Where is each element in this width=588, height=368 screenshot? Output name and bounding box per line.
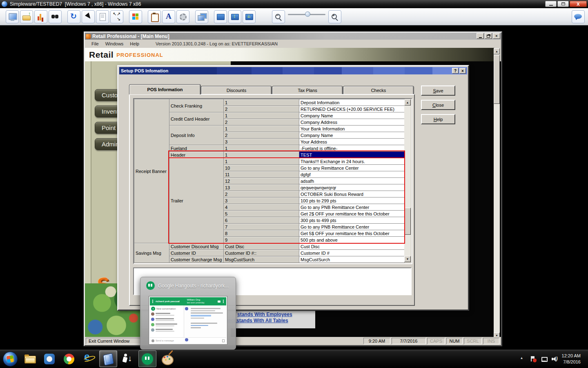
viewer-maximize-button[interactable] (557, 1, 569, 7)
table-scroll-down-button[interactable]: ▼ (404, 256, 411, 262)
tool-fullscreen-button[interactable] (110, 10, 123, 23)
slider-handle[interactable] (305, 11, 310, 17)
pos-key-cell[interactable]: 4 (224, 204, 299, 211)
pos-key-cell[interactable]: 9 (224, 237, 299, 243)
window-scrollbar[interactable]: ▲ ▼ (494, 48, 500, 339)
action-center-icon[interactable] (530, 356, 537, 362)
pos-key-cell[interactable]: 6 (224, 217, 299, 224)
pos-key-cell[interactable]: 3 (224, 139, 299, 145)
save-button[interactable]: Save (421, 85, 455, 96)
pos-key-cell[interactable]: 1 (224, 112, 299, 119)
viewer-minimize-button[interactable] (545, 1, 557, 7)
tool-font-settings-button[interactable] (162, 10, 175, 23)
tool-fit-height-button[interactable] (228, 10, 241, 23)
pos-name-cell[interactable]: Fueland (169, 145, 224, 152)
pos-value-cell[interactable]: OCTOBER Suki Bonus Reward (299, 191, 405, 197)
pos-key-cell[interactable]: Customer ID #:: (224, 250, 299, 256)
pos-key-cell[interactable]: 11 (224, 171, 299, 178)
taskbar-icon-explorer[interactable] (21, 350, 39, 367)
expand-tray-icon[interactable] (519, 356, 526, 362)
viewer-close-button[interactable]: X (570, 1, 587, 7)
pos-key-cell[interactable]: MsgCustSurch (224, 256, 299, 263)
pos-name-cell[interactable]: Customer ID (169, 250, 224, 256)
tab-pos-information[interactable]: POS Information (129, 84, 201, 94)
tool-fit-window-button[interactable] (243, 10, 256, 23)
table-scrollbar-thumb[interactable] (404, 208, 411, 235)
dialog-close-button[interactable]: × (459, 68, 466, 74)
pos-key-cell[interactable]: 2 (224, 106, 299, 112)
hangouts-taskbar-preview[interactable]: Google Hangouts - richardyork... richard… (140, 277, 236, 350)
menu-item-file[interactable]: File (91, 41, 99, 46)
pos-value-cell[interactable]: 300 pts to 499 pts (299, 217, 405, 224)
pos-group-cell[interactable]: Receipt Banner (134, 99, 169, 243)
pos-value-cell[interactable]: 500 pts and above (299, 237, 405, 243)
pos-value-cell[interactable]: -Fueland is offline- (299, 145, 405, 152)
app-restore-button[interactable] (485, 33, 492, 39)
tool-refresh-button[interactable] (67, 10, 80, 23)
pos-value-cell[interactable]: Get 2$ OFF your remittance fee this Octo… (299, 211, 405, 217)
tool-zoom-in-button[interactable] (328, 10, 341, 23)
dialog-help-button[interactable]: ? (452, 68, 459, 74)
table-scroll-up-button[interactable]: ▲ (404, 99, 411, 105)
pos-key-cell[interactable]: 1 (224, 158, 299, 165)
hangouts-window-thumbnail[interactable]: richard york pascual William Ong last se… (149, 296, 227, 344)
taskbar-icon-chrome[interactable] (60, 350, 78, 367)
tool-clipboard-button[interactable] (148, 10, 161, 23)
pos-key-cell[interactable]: 1 (224, 99, 299, 106)
pos-value-cell[interactable]: Company Name (299, 112, 405, 119)
pos-key-cell[interactable]: 12 (224, 178, 299, 184)
tool-find-button[interactable] (49, 10, 62, 23)
taskbar-icon-paint[interactable] (158, 350, 176, 367)
pos-key-cell[interactable]: Cust Disc (224, 243, 299, 250)
pos-key-cell[interactable]: 13 (224, 184, 299, 191)
pos-name-cell[interactable]: Credit Card Header (169, 112, 224, 126)
table-scrollbar[interactable]: ▲ ▼ (404, 99, 411, 262)
taskbar-clock[interactable]: 12:20 AM 7/8/2016 (562, 353, 581, 365)
app-minimize-button[interactable] (477, 33, 484, 39)
start-button[interactable] (1, 350, 19, 367)
tool-zoom-out-button[interactable] (272, 10, 285, 23)
pos-value-cell[interactable]: Get 5$ OFF your remittance fee this Octo… (299, 230, 405, 237)
tool-remote-screen-button[interactable] (6, 10, 19, 23)
pos-value-cell[interactable]: Company Name (299, 132, 405, 139)
pos-value-cell[interactable]: Go to any Remittance Center (299, 165, 405, 171)
pos-key-cell[interactable]: 2 (224, 191, 299, 197)
pos-key-cell[interactable]: 3 (224, 197, 299, 204)
scrollbar-thumb[interactable] (494, 55, 500, 104)
tool-multi-monitor-button[interactable] (195, 10, 208, 23)
close-button[interactable]: Close (421, 100, 455, 110)
pos-value-cell[interactable]: dgfgf (299, 171, 405, 178)
scroll-up-button[interactable]: ▲ (494, 48, 500, 54)
pos-value-cell[interactable]: 100 pts to 299 pts (299, 197, 405, 204)
pos-value-cell[interactable]: qeqweqwrqwrqrqr (299, 184, 405, 191)
dialog-titlebar[interactable]: Setup POS Infomation ? × (119, 67, 467, 74)
menu-item-help[interactable]: Help (130, 41, 139, 46)
pos-value-cell[interactable]: Customer ID # (299, 250, 405, 256)
background-link[interactable]: stands With Employees (237, 312, 292, 317)
pos-value-cell[interactable]: TEST (299, 152, 405, 158)
pos-name-cell[interactable]: Customer Discount Msg (169, 243, 224, 250)
pos-value-cell[interactable]: Thanks!!! Exchange in 24 hours. (299, 158, 405, 165)
zoom-slider[interactable] (288, 10, 325, 18)
taskbar-icon-internet-explorer[interactable] (80, 350, 98, 367)
taskbar-icon-file-sync[interactable] (119, 350, 137, 367)
pos-key-cell[interactable]: 1 (224, 126, 299, 132)
tab-discounts[interactable]: Discounts (201, 86, 272, 94)
tool-windows-key-button[interactable] (129, 10, 142, 23)
pos-value-cell[interactable]: Your Bank Information (299, 126, 405, 132)
tool-open-file-button[interactable] (20, 10, 33, 23)
taskbar-icon-media-player[interactable] (40, 350, 58, 367)
pos-value-cell[interactable]: Deposit Information (299, 99, 405, 106)
pos-name-cell[interactable]: Trailer (169, 158, 224, 243)
app-close-button[interactable]: × (493, 33, 500, 39)
tool-statistics-button[interactable] (34, 10, 47, 23)
pos-name-cell[interactable]: Check Franking (169, 99, 224, 112)
tool-file-transfer-button[interactable] (96, 10, 109, 23)
tab-tax-plans[interactable]: Tax Plans (272, 86, 343, 94)
pos-key-cell[interactable]: 2 (224, 119, 299, 126)
app-titlebar[interactable]: Retail Professional - [Main Menu] × (85, 33, 501, 40)
taskbar-icon-hangouts[interactable] (138, 350, 156, 367)
pos-key-cell[interactable]: 10 (224, 165, 299, 171)
pos-key-cell[interactable]: 2 (224, 132, 299, 139)
pos-key-cell[interactable]: 5 (224, 211, 299, 217)
